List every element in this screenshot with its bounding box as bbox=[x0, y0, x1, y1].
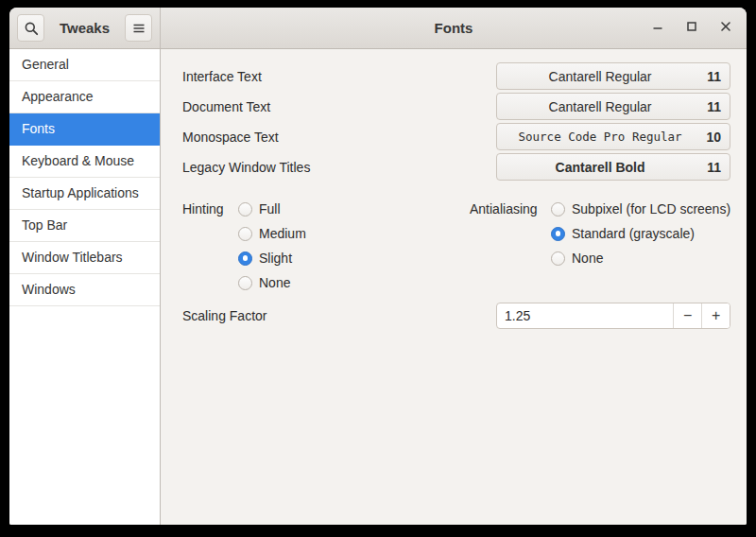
antialiasing-group: Antialiasing Subpixel (for LCD screens) … bbox=[470, 197, 730, 295]
tweaks-window: Tweaks Fonts bbox=[9, 8, 747, 525]
document-text-row: Document Text Cantarell Regular 11 bbox=[182, 93, 730, 120]
radio-label: Slight bbox=[259, 251, 292, 266]
monospace-text-row: Monospace Text Source Code Pro Regular 1… bbox=[182, 123, 730, 150]
scaling-factor-label: Scaling Factor bbox=[182, 308, 496, 323]
radio-label: Standard (grayscale) bbox=[572, 226, 695, 241]
sidebar: General Appearance Fonts Keyboard & Mous… bbox=[9, 49, 161, 525]
font-size: 10 bbox=[703, 130, 730, 145]
hamburger-icon bbox=[131, 21, 146, 36]
scaling-factor-spinbox: 1.25 − + bbox=[496, 303, 730, 329]
scaling-decrement-button[interactable]: − bbox=[673, 303, 701, 328]
hinting-options: Full Medium Slight None bbox=[238, 197, 306, 295]
radio-icon bbox=[238, 227, 252, 241]
document-text-font-button[interactable]: Cantarell Regular 11 bbox=[496, 93, 730, 120]
sidebar-item-windows[interactable]: Windows bbox=[9, 274, 160, 306]
sidebar-item-general[interactable]: General bbox=[9, 49, 160, 81]
antialiasing-option-subpixel[interactable]: Subpixel (for LCD screens) bbox=[551, 197, 730, 221]
sidebar-item-appearance[interactable]: Appearance bbox=[9, 81, 160, 113]
titlebar-right: Fonts bbox=[161, 8, 747, 48]
fonts-panel: Interface Text Cantarell Regular 11 Docu… bbox=[161, 49, 747, 525]
sidebar-item-startup-applications[interactable]: Startup Applications bbox=[9, 178, 160, 210]
font-size: 11 bbox=[703, 99, 730, 114]
hinting-group: Hinting Full Medium Slight bbox=[182, 197, 470, 295]
document-text-label: Document Text bbox=[182, 99, 496, 114]
radio-icon bbox=[551, 251, 565, 266]
radio-label: Medium bbox=[259, 226, 306, 241]
antialiasing-option-none[interactable]: None bbox=[551, 246, 730, 270]
radio-icon bbox=[551, 227, 565, 241]
interface-text-row: Interface Text Cantarell Regular 11 bbox=[182, 62, 730, 90]
font-name: Cantarell Regular bbox=[497, 69, 703, 84]
sidebar-item-keyboard-mouse[interactable]: Keyboard & Mouse bbox=[9, 146, 160, 178]
maximize-button[interactable] bbox=[683, 20, 699, 36]
titlebar: Tweaks Fonts bbox=[9, 8, 747, 49]
radio-icon bbox=[238, 251, 252, 266]
radio-icon bbox=[238, 202, 252, 217]
hinting-option-slight[interactable]: Slight bbox=[238, 246, 306, 270]
legacy-window-titles-label: Legacy Window Titles bbox=[182, 160, 496, 175]
radio-icon bbox=[551, 202, 565, 217]
monospace-text-label: Monospace Text bbox=[182, 130, 496, 145]
interface-text-label: Interface Text bbox=[182, 69, 496, 84]
font-name: Cantarell Regular bbox=[497, 99, 703, 114]
font-size: 11 bbox=[703, 69, 730, 84]
hinting-option-none[interactable]: None bbox=[238, 270, 306, 295]
radio-label: None bbox=[259, 275, 290, 290]
app-body: General Appearance Fonts Keyboard & Mous… bbox=[9, 49, 747, 525]
scaling-increment-button[interactable]: + bbox=[701, 303, 730, 328]
minimize-icon bbox=[650, 19, 665, 38]
sidebar-item-fonts[interactable]: Fonts bbox=[9, 113, 160, 146]
sidebar-item-top-bar[interactable]: Top Bar bbox=[9, 210, 160, 242]
scaling-factor-row: Scaling Factor 1.25 − + bbox=[182, 303, 730, 329]
radio-section: Hinting Full Medium Slight bbox=[182, 197, 730, 295]
hinting-label: Hinting bbox=[182, 197, 238, 221]
radio-label: None bbox=[572, 251, 603, 266]
page-title: Fonts bbox=[435, 20, 473, 36]
hinting-option-full[interactable]: Full bbox=[238, 197, 306, 221]
search-button[interactable] bbox=[17, 14, 44, 42]
legacy-window-titles-row: Legacy Window Titles Cantarell Bold 11 bbox=[182, 153, 730, 181]
close-button[interactable] bbox=[717, 20, 733, 36]
radio-label: Subpixel (for LCD screens) bbox=[572, 201, 730, 217]
scaling-factor-input[interactable]: 1.25 bbox=[497, 303, 673, 328]
interface-text-font-button[interactable]: Cantarell Regular 11 bbox=[496, 62, 730, 90]
radio-icon bbox=[238, 276, 252, 290]
sidebar-item-window-titlebars[interactable]: Window Titlebars bbox=[9, 242, 160, 274]
close-icon bbox=[718, 19, 733, 38]
window-controls bbox=[649, 8, 733, 48]
antialiasing-option-standard[interactable]: Standard (grayscale) bbox=[551, 221, 730, 246]
minimize-button[interactable] bbox=[649, 20, 665, 36]
search-icon bbox=[24, 21, 39, 36]
titlebar-left: Tweaks bbox=[9, 8, 161, 48]
font-size: 11 bbox=[703, 160, 730, 175]
menu-button[interactable] bbox=[125, 14, 152, 42]
radio-label: Full bbox=[259, 201, 281, 217]
font-name: Source Code Pro Regular bbox=[497, 130, 703, 144]
antialiasing-label: Antialiasing bbox=[470, 197, 551, 221]
maximize-icon bbox=[684, 19, 699, 38]
hinting-option-medium[interactable]: Medium bbox=[238, 221, 306, 246]
font-name: Cantarell Bold bbox=[497, 160, 703, 175]
app-title: Tweaks bbox=[60, 20, 110, 36]
legacy-window-titles-font-button[interactable]: Cantarell Bold 11 bbox=[496, 153, 730, 181]
antialiasing-options: Subpixel (for LCD screens) Standard (gra… bbox=[551, 197, 730, 270]
monospace-text-font-button[interactable]: Source Code Pro Regular 10 bbox=[496, 123, 730, 150]
